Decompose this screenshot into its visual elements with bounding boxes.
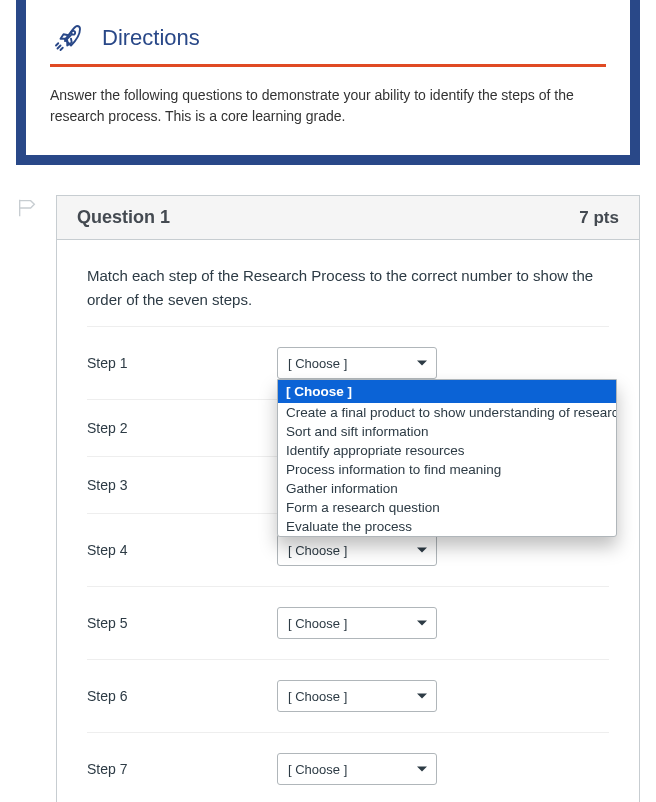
question-number: Question 1 (77, 207, 170, 228)
dropdown-option-selected[interactable]: [ Choose ] (278, 380, 616, 403)
dropdown-option[interactable]: Process information to find meaning (278, 460, 616, 479)
directions-title: Directions (102, 25, 200, 51)
directions-frame: Directions Answer the following question… (16, 0, 640, 165)
dropdown-popover: [ Choose ] Create a final product to sho… (277, 379, 617, 537)
step-label: Step 2 (87, 420, 277, 436)
step-row-6: Step 6 [ Choose ] (87, 659, 609, 732)
step-label: Step 4 (87, 542, 277, 558)
step-label: Step 7 (87, 761, 277, 777)
flag-column (16, 195, 56, 222)
step-label: Step 6 (87, 688, 277, 704)
flag-icon[interactable] (16, 197, 38, 219)
question-card: Question 1 7 pts Match each step of the … (56, 195, 640, 802)
question-header: Question 1 7 pts (57, 196, 639, 240)
select-value: [ Choose ] (288, 543, 347, 558)
select-value: [ Choose ] (288, 616, 347, 631)
dropdown-option[interactable]: Sort and sift information (278, 422, 616, 441)
rocket-icon (50, 20, 86, 56)
select-value: [ Choose ] (288, 689, 347, 704)
step-row-1: Step 1 [ Choose ] [ Choose ] Create a fi… (87, 326, 609, 399)
dropdown-option[interactable]: Evaluate the process (278, 517, 616, 536)
dropdown-option[interactable]: Form a research question (278, 498, 616, 517)
svg-point-0 (71, 31, 75, 35)
dropdown-option[interactable]: Create a final product to show understan… (278, 403, 616, 422)
select-value: [ Choose ] (288, 762, 347, 777)
step-row-7: Step 7 [ Choose ] (87, 732, 609, 802)
step-row-5: Step 5 [ Choose ] (87, 586, 609, 659)
step-label: Step 5 (87, 615, 277, 631)
step-select-4[interactable]: [ Choose ] (277, 534, 437, 566)
step-select-6[interactable]: [ Choose ] (277, 680, 437, 712)
select-value: [ Choose ] (288, 356, 347, 371)
question-prompt: Match each step of the Research Process … (87, 264, 609, 312)
directions-body: Answer the following questions to demons… (50, 85, 606, 127)
step-select-5[interactable]: [ Choose ] (277, 607, 437, 639)
question-container: Question 1 7 pts Match each step of the … (16, 195, 640, 802)
directions-header: Directions (50, 20, 606, 67)
question-points: 7 pts (579, 208, 619, 228)
step-select-7[interactable]: [ Choose ] (277, 753, 437, 785)
step-select-1[interactable]: [ Choose ] (277, 347, 437, 379)
step-label: Step 1 (87, 355, 277, 371)
dropdown-option[interactable]: Gather information (278, 479, 616, 498)
dropdown-option[interactable]: Identify appropriate resources (278, 441, 616, 460)
directions-card: Directions Answer the following question… (26, 0, 630, 155)
step-label: Step 3 (87, 477, 277, 493)
question-body: Match each step of the Research Process … (57, 240, 639, 802)
